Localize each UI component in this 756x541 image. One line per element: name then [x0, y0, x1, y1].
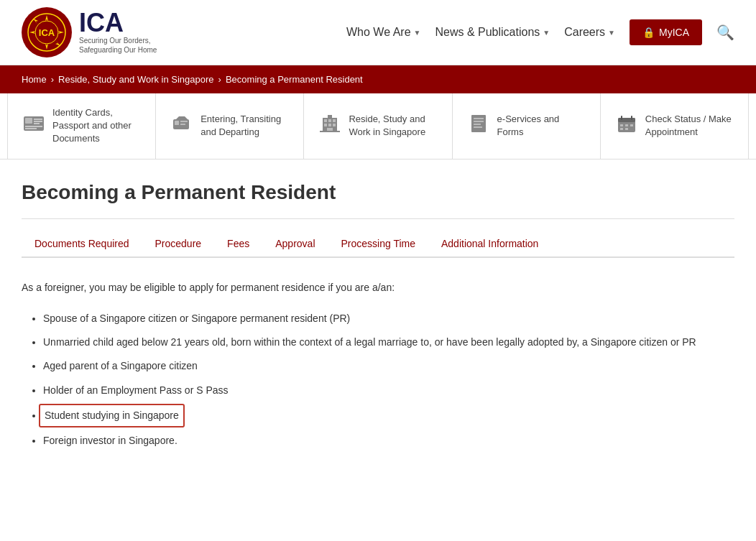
cat-entering-label: Entering, Transiting and Departing — [200, 113, 289, 139]
breadcrumb-reside[interactable]: Reside, Study and Work in Singapore — [58, 74, 214, 85]
breadcrumb-home[interactable]: Home — [22, 74, 47, 85]
cat-eservices[interactable]: e-Services and Forms — [453, 93, 601, 159]
svg-rect-43 — [625, 124, 628, 126]
svg-rect-32 — [328, 115, 332, 118]
search-icon: 🔍 — [716, 24, 734, 40]
svg-rect-40 — [621, 116, 622, 120]
ica-name: ICA — [79, 10, 157, 36]
breadcrumb-sep-1: › — [51, 74, 54, 85]
list-item: Aged parent of a Singapore citizen — [43, 357, 734, 375]
svg-rect-20 — [175, 121, 179, 125]
list-item: Foreign investor in Singapore. — [43, 432, 734, 450]
svg-rect-41 — [631, 116, 632, 120]
list-item: Unmarried child aged below 21 years old,… — [43, 333, 734, 351]
tab-additional-info[interactable]: Additional Information — [428, 231, 551, 258]
tab-approval[interactable]: Approval — [262, 231, 328, 258]
tab-documents-required[interactable]: Documents Required — [22, 231, 142, 258]
list-item-highlighted: Student studying in Singapore — [43, 405, 734, 426]
logo-text: ICA Securing Our Borders, Safeguarding O… — [79, 10, 157, 55]
cat-identity-cards[interactable]: Identity Cards, Passport and other Docum… — [7, 93, 156, 159]
svg-rect-44 — [630, 124, 633, 126]
svg-rect-31 — [320, 131, 340, 132]
nav-news-publications[interactable]: News & Publications ▼ — [435, 26, 550, 39]
building-icon — [318, 112, 341, 140]
svg-rect-45 — [620, 128, 623, 130]
ica-logo: ICA — [22, 7, 72, 57]
svg-rect-39 — [618, 118, 635, 122]
cat-identity-cards-label: Identity Cards, Passport and other Docum… — [52, 106, 141, 146]
svg-rect-36 — [474, 124, 481, 125]
breadcrumb: Home › Reside, Study and Work in Singapo… — [0, 65, 756, 93]
svg-rect-21 — [180, 121, 188, 122]
chevron-down-icon: ▼ — [414, 29, 421, 37]
svg-rect-13 — [25, 118, 32, 124]
main-nav: Who We Are ▼ News & Publications ▼ Caree… — [346, 19, 734, 45]
tab-procedure[interactable]: Procedure — [142, 231, 215, 258]
search-button[interactable]: 🔍 — [716, 24, 734, 41]
id-card-icon — [22, 112, 45, 140]
nav-who-we-are[interactable]: Who We Are ▼ — [346, 26, 420, 39]
svg-rect-27 — [324, 124, 327, 126]
document-icon — [467, 112, 490, 140]
svg-rect-24 — [324, 119, 327, 122]
calendar-icon — [615, 112, 638, 140]
svg-rect-37 — [474, 126, 482, 128]
list-item: Holder of an Employment Pass or S Pass — [43, 382, 734, 399]
entering-icon — [170, 112, 193, 140]
svg-rect-42 — [620, 124, 623, 126]
tab-processing-time[interactable]: Processing Time — [328, 231, 428, 258]
cat-reside-study-label: Reside, Study and Work in Singapore — [349, 113, 437, 139]
chevron-down-icon: ▼ — [543, 29, 550, 37]
svg-rect-30 — [327, 128, 333, 131]
nav-careers[interactable]: Careers ▼ — [564, 26, 615, 39]
cat-check-status-label: Check Status / Make Appointment — [645, 113, 734, 139]
svg-rect-34 — [474, 118, 484, 119]
svg-rect-29 — [333, 124, 336, 126]
lock-icon: 🔒 — [642, 27, 655, 38]
cat-check-status[interactable]: Check Status / Make Appointment — [601, 93, 749, 159]
logo-tagline: Securing Our Borders, Safeguarding Our H… — [79, 36, 157, 55]
svg-rect-22 — [180, 124, 185, 125]
list-item: Spouse of a Singapore citizen or Singapo… — [43, 310, 734, 328]
cat-eservices-label: e-Services and Forms — [497, 113, 586, 139]
intro-text: As a foreigner, you may be eligible to a… — [22, 279, 734, 295]
svg-rect-35 — [474, 121, 484, 122]
tab-nav: Documents Required Procedure Fees Approv… — [22, 231, 734, 258]
main-content: Becoming a Permanent Resident Documents … — [0, 159, 756, 478]
page-title: Becoming a Permanent Resident — [22, 181, 734, 204]
myica-button[interactable]: 🔒 MyICA — [630, 19, 702, 45]
category-nav: Identity Cards, Passport and other Docum… — [0, 93, 756, 159]
breadcrumb-sep-2: › — [218, 74, 221, 85]
svg-rect-46 — [625, 128, 628, 130]
breadcrumb-current: Becoming a Permanent Resident — [226, 74, 363, 85]
svg-rect-28 — [328, 124, 331, 126]
chevron-down-icon: ▼ — [608, 29, 615, 37]
logo-area: ICA ICA Securing Our Borders, Safeguardi… — [22, 7, 157, 57]
bullet-list: Spouse of a Singapore citizen or Singapo… — [22, 310, 734, 450]
svg-rect-26 — [333, 119, 336, 122]
highlighted-text: Student studying in Singapore — [39, 404, 185, 427]
cat-reside-study[interactable]: Reside, Study and Work in Singapore — [304, 93, 452, 159]
cat-entering[interactable]: Entering, Transiting and Departing — [156, 93, 304, 159]
svg-rect-25 — [328, 119, 331, 122]
tab-fees[interactable]: Fees — [214, 231, 262, 258]
svg-text:ICA: ICA — [39, 27, 55, 38]
header: ICA ICA Securing Our Borders, Safeguardi… — [0, 0, 756, 65]
